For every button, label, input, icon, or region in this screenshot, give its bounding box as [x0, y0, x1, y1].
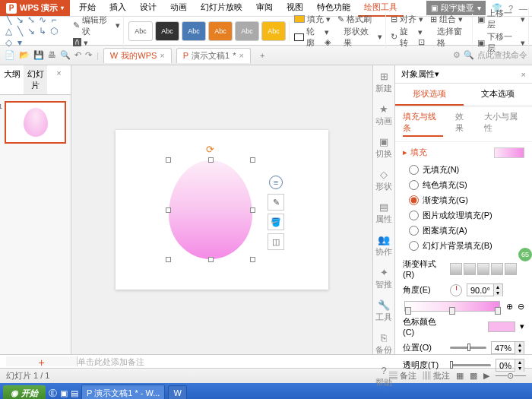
menu-review[interactable]: 审阅	[250, 0, 279, 17]
new-tab-button[interactable]: +	[255, 51, 269, 60]
float-menu-icon[interactable]: ≡	[269, 176, 283, 189]
float-fill-icon[interactable]: 🪣	[268, 214, 284, 230]
rail-props[interactable]: ▤属性	[373, 199, 394, 227]
slide[interactable]: ⟳ ≡ ✎ 🪣 ◫	[116, 130, 328, 290]
align-button[interactable]: ⊟ 对齐 ▾ ⊞ 组合 ▾	[391, 14, 469, 25]
subtab-effects[interactable]: 效果	[455, 111, 471, 137]
tab-outline[interactable]: 大纲	[0, 65, 24, 94]
slide-thumbnail-1[interactable]: 1	[5, 101, 66, 144]
close-icon[interactable]: ×	[239, 51, 244, 60]
radio-picture[interactable]: 图片或纹理填充(P)	[409, 210, 524, 221]
position-slider[interactable]	[450, 347, 486, 349]
subtab-fill[interactable]: 填充与线条	[403, 111, 443, 137]
remove-stop-icon[interactable]: ⊖	[518, 302, 524, 312]
float-shape-icon[interactable]: ◫	[268, 233, 284, 250]
transparency-slider[interactable]	[450, 364, 491, 366]
fill-section-header[interactable]: ▸ 填充	[395, 142, 532, 163]
rail-transition[interactable]: ▣切换	[373, 134, 394, 162]
fill-button[interactable]: 填充 ▾ ✎ 格式刷	[294, 14, 382, 25]
shape-style-5[interactable]: Abc	[235, 21, 259, 41]
tab-thumbs[interactable]: 幻灯片	[24, 65, 47, 94]
resize-handle[interactable]	[208, 257, 214, 262]
tab-document[interactable]: P演示文稿1*×	[176, 48, 251, 63]
shape-gallery[interactable]: ╲↘⤡∿⌐△ ╲↘↳⬡◇▾	[3, 14, 68, 48]
rotate-button[interactable]: ↻ 旋转 ▾ ⊡ 选择窗格	[391, 26, 469, 49]
radio-solid[interactable]: 纯色填充(S)	[409, 179, 524, 191]
subtab-size[interactable]: 大小与属性	[484, 111, 524, 137]
open-icon[interactable]: 📂	[19, 50, 30, 60]
resize-handle[interactable]	[250, 207, 255, 213]
save-icon[interactable]: 💾	[33, 50, 44, 60]
close-icon[interactable]: ×	[521, 70, 526, 79]
outline-button[interactable]: 轮廓 ▾ ◈ 形状效果 ▾	[294, 26, 382, 49]
rotation-handle[interactable]: ⟳	[206, 144, 214, 155]
angle-dial[interactable]	[450, 284, 462, 296]
tab-home[interactable]: W我的WPS×	[103, 48, 172, 63]
edit-shape-button[interactable]: ✎ 编辑形状 ▾	[73, 14, 120, 37]
rail-anim[interactable]: ★动画	[373, 101, 394, 129]
search-icon[interactable]: 🔍	[464, 50, 474, 60]
start-button[interactable]: ◉ 开始	[3, 385, 46, 400]
undo-icon[interactable]: ↶	[74, 50, 81, 60]
rail-backup[interactable]: ⎘备份	[373, 330, 394, 358]
egg-shape[interactable]	[169, 160, 252, 259]
taskbar-app[interactable]: W	[168, 385, 186, 399]
print-icon[interactable]: 🖶	[48, 50, 56, 60]
float-edit-icon[interactable]: ✎	[268, 194, 284, 211]
add-slide-button[interactable]: +	[6, 356, 78, 366]
slide-canvas[interactable]: ⟳ ≡ ✎ 🪣 ◫	[71, 65, 372, 354]
new-icon[interactable]: 📄	[5, 50, 15, 60]
zoom-slider[interactable]: ──⊙──	[496, 371, 526, 381]
notes-toggle[interactable]: ▤ 备注	[389, 370, 416, 382]
close-icon[interactable]: ×	[160, 51, 164, 60]
gradient-stop[interactable]	[495, 307, 501, 315]
shape-style-3[interactable]: Abc	[182, 21, 206, 41]
menu-slideshow[interactable]: 幻灯片放映	[195, 0, 249, 17]
quicklaunch-icon[interactable]: Ⓔ	[49, 388, 57, 399]
close-panel-icon[interactable]: ×	[47, 65, 71, 94]
text-box-button[interactable]: 🅰 ▾	[73, 38, 120, 48]
resize-handle[interactable]	[166, 207, 171, 213]
redo-icon[interactable]: ↷	[85, 50, 92, 60]
rail-smart[interactable]: ✦智推	[373, 264, 394, 293]
selected-shape[interactable]: ⟳	[169, 160, 252, 259]
move-up-button[interactable]: ▣ 上移一层 ▾	[477, 8, 525, 30]
radio-pattern[interactable]: 图案填充(A)	[409, 225, 524, 236]
preview-icon[interactable]: 🔍	[60, 50, 71, 60]
shape-style-1[interactable]: Abc	[128, 21, 153, 41]
resize-handle[interactable]	[250, 157, 255, 163]
notification-badge[interactable]: 65	[517, 246, 532, 263]
rail-shape[interactable]: ◇形状	[373, 166, 394, 195]
stop-color-swatch[interactable]	[488, 321, 515, 332]
gradient-stop[interactable]	[405, 307, 411, 315]
resize-handle[interactable]	[208, 157, 214, 163]
tab-text-options[interactable]: 文本选项	[464, 84, 532, 106]
radio-slidebg[interactable]: 幻灯片背景填充(B)	[409, 240, 524, 252]
menu-anim[interactable]: 动画	[164, 0, 193, 17]
rail-tools[interactable]: 🔧工具	[373, 297, 394, 325]
view-slideshow-icon[interactable]: ▶	[483, 371, 489, 381]
quicklaunch-icon[interactable]: ▤	[71, 388, 78, 398]
gradient-stops-bar[interactable]	[404, 301, 500, 312]
radio-gradient[interactable]: 渐变填充(G)	[409, 195, 524, 206]
search-input[interactable]: 点此查找命令	[477, 49, 527, 61]
shape-style-2[interactable]: Abc	[155, 21, 179, 41]
comments-toggle[interactable]: ▥ 批注	[423, 370, 450, 382]
radio-no-fill[interactable]: 无填充(N)	[409, 164, 524, 176]
rail-collab[interactable]: 👥协作	[373, 232, 394, 260]
gradient-stop[interactable]	[449, 307, 455, 315]
shape-style-4[interactable]: Abc	[208, 21, 233, 41]
view-sorter-icon[interactable]: ▩	[470, 371, 477, 381]
settings-icon[interactable]: ⚙	[453, 50, 461, 60]
quicklaunch-icon[interactable]: ▣	[60, 388, 68, 398]
gradient-style-picker[interactable]	[450, 263, 517, 275]
resize-handle[interactable]	[250, 257, 255, 262]
angle-spinner[interactable]: 90.0°▴▾	[467, 283, 503, 296]
rail-new[interactable]: ⊞新建	[373, 68, 394, 97]
resize-handle[interactable]	[166, 257, 171, 262]
notes-placeholder[interactable]: 单击此处添加备注	[78, 356, 144, 366]
tab-shape-options[interactable]: 形状选项	[395, 84, 464, 106]
position-spinner[interactable]: 47%▴▾	[491, 341, 524, 354]
menu-design[interactable]: 设计	[134, 0, 163, 17]
resize-handle[interactable]	[166, 157, 171, 163]
